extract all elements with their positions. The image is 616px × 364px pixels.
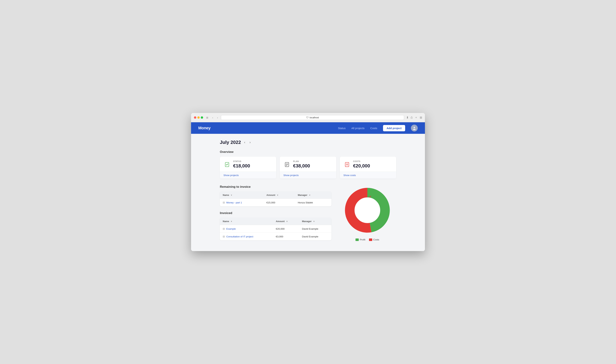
table-row: ⊟ Money - part 1 €15,000 Honza Sládek <box>220 199 331 207</box>
plan-card-value: €38,000 <box>293 163 310 169</box>
amount-filter-icon[interactable]: ▼ <box>277 194 279 196</box>
invoiced-section: Invoiced Name ▼ Amount <box>220 211 331 240</box>
remaining-col-name: Name ▼ <box>220 192 263 199</box>
invoiced-row-2-amount: €3,000 <box>273 233 299 240</box>
remaining-row-1-amount: €15,000 <box>263 199 295 207</box>
minimize-button[interactable] <box>197 116 200 119</box>
forward-button[interactable]: › <box>216 116 219 119</box>
browser-chrome: ⊞ ‹ › 🛡 localhost ⬇ ⎙ ＋ ⊞ <box>191 113 425 122</box>
profit-legend-item: Profit <box>355 238 365 241</box>
svg-rect-7 <box>345 162 349 167</box>
nav-link-status[interactable]: Status <box>338 127 346 130</box>
invoiced-col-name: Name ▼ <box>220 218 273 225</box>
status-card-value: €18,000 <box>233 163 250 169</box>
plan-show-projects-link[interactable]: Show projects <box>283 174 299 177</box>
app-content: Money Status All projects Costs Add proj… <box>191 122 425 251</box>
tables-column: Remaining to invoice Name ▼ Amount <box>220 185 331 245</box>
close-button[interactable] <box>194 116 196 119</box>
profit-legend-color <box>355 238 359 241</box>
nav-brand: Money <box>198 126 210 130</box>
overview-title: Overview <box>220 150 396 154</box>
prev-month-button[interactable]: ‹ <box>243 140 246 144</box>
lock-icon: 🛡 <box>306 116 309 119</box>
invoiced-table: Name ▼ Amount ▼ Manager <box>220 218 331 240</box>
donut-chart <box>342 185 393 235</box>
nav-link-all-projects[interactable]: All projects <box>351 127 365 130</box>
bottom-section: Remaining to invoice Name ▼ Amount <box>220 185 396 245</box>
svg-point-0 <box>414 127 415 128</box>
costs-icon <box>343 161 351 168</box>
table-row: ⊟ Consultation of IT project €3,000 Davi… <box>220 233 331 240</box>
back-button[interactable]: ‹ <box>211 116 214 119</box>
plan-icon <box>283 161 290 168</box>
remaining-row-1-name[interactable]: ⊟ Money - part 1 <box>223 201 261 204</box>
invoiced-row-1-amount: €20,000 <box>273 225 299 233</box>
row-icon: ⊟ <box>223 227 225 230</box>
share-icon[interactable]: ⎙ <box>411 116 413 119</box>
avatar[interactable] <box>411 125 418 131</box>
status-icon <box>223 161 231 168</box>
invoiced-col-amount: Amount ▼ <box>273 218 299 225</box>
costs-legend-item: Costs <box>369 238 379 241</box>
costs-card-value: €20,000 <box>353 163 370 169</box>
remaining-row-1-manager: Honza Sládek <box>295 199 331 207</box>
costs-show-link[interactable]: Show costs <box>343 174 356 177</box>
invoiced-row-2-name[interactable]: ⊟ Consultation of IT project <box>223 235 270 238</box>
nav-link-costs[interactable]: Costs <box>370 127 377 130</box>
maximize-button[interactable] <box>201 116 203 119</box>
invoiced-row-1-manager: David Example <box>299 225 331 233</box>
costs-card-label: COSTS <box>353 160 370 162</box>
browser-window: ⊞ ‹ › 🛡 localhost ⬇ ⎙ ＋ ⊞ Money Status A… <box>191 113 425 251</box>
add-project-button[interactable]: Add project <box>383 125 405 131</box>
status-card-label: STATUS <box>233 160 250 162</box>
chart-column: Profit Costs <box>339 185 396 241</box>
invoiced-amount-filter-icon[interactable]: ▼ <box>286 220 288 222</box>
overview-cards: STATUS €18,000 Show projects <box>220 157 396 179</box>
traffic-lights <box>194 116 203 119</box>
table-row: ⊟ Example €20,000 David Example <box>220 225 331 233</box>
remaining-col-manager: Manager ▼ <box>295 192 331 199</box>
svg-point-1 <box>413 129 416 130</box>
sidebar-toggle-button[interactable]: ⊞ <box>205 116 209 119</box>
donut-hole <box>355 198 380 223</box>
costs-legend-color <box>369 238 372 241</box>
chart-legend: Profit Costs <box>355 238 379 241</box>
month-header: July 2022 ‹ › <box>220 140 396 145</box>
remaining-table: Name ▼ Amount ▼ Manager <box>220 192 331 206</box>
invoiced-row-1-name[interactable]: ⊟ Example <box>223 227 270 230</box>
remaining-col-amount: Amount ▼ <box>263 192 295 199</box>
next-month-button[interactable]: › <box>249 140 252 144</box>
invoiced-manager-filter-icon[interactable]: ▼ <box>313 220 315 222</box>
navbar: Money Status All projects Costs Add proj… <box>191 122 425 134</box>
remaining-title: Remaining to invoice <box>220 185 331 189</box>
address-bar[interactable]: 🛡 localhost <box>221 115 404 120</box>
costs-card: COSTS €20,000 Show costs <box>340 157 396 179</box>
invoiced-name-filter-icon[interactable]: ▼ <box>230 220 232 222</box>
row-icon: ⊟ <box>223 201 225 204</box>
remaining-section: Remaining to invoice Name ▼ Amount <box>220 185 331 206</box>
invoiced-title: Invoiced <box>220 211 331 215</box>
profit-legend-label: Profit <box>360 238 365 241</box>
invoiced-row-2-manager: David Example <box>299 233 331 240</box>
invoiced-col-manager: Manager ▼ <box>299 218 331 225</box>
row-icon: ⊟ <box>223 235 225 238</box>
month-title: July 2022 <box>220 140 241 145</box>
manager-filter-icon[interactable]: ▼ <box>309 194 311 196</box>
plan-card-label: PLAN <box>293 160 310 162</box>
nav-links: Status All projects Costs Add project <box>338 125 418 131</box>
url-text: localhost <box>310 116 319 119</box>
costs-legend-label: Costs <box>373 238 379 241</box>
overview-section: Overview STATUS <box>220 150 396 179</box>
plan-card: PLAN €38,000 Show projects <box>280 157 336 179</box>
main-content: July 2022 ‹ › Overview <box>191 134 425 251</box>
grid-icon[interactable]: ⊞ <box>420 116 422 119</box>
status-card: STATUS €18,000 Show projects <box>220 157 276 179</box>
name-filter-icon[interactable]: ▼ <box>230 194 232 196</box>
new-tab-icon[interactable]: ＋ <box>415 116 418 119</box>
status-show-projects-link[interactable]: Show projects <box>223 174 239 177</box>
download-icon[interactable]: ⬇ <box>406 116 408 119</box>
browser-right-controls: ⬇ ⎙ ＋ ⊞ <box>406 116 422 119</box>
